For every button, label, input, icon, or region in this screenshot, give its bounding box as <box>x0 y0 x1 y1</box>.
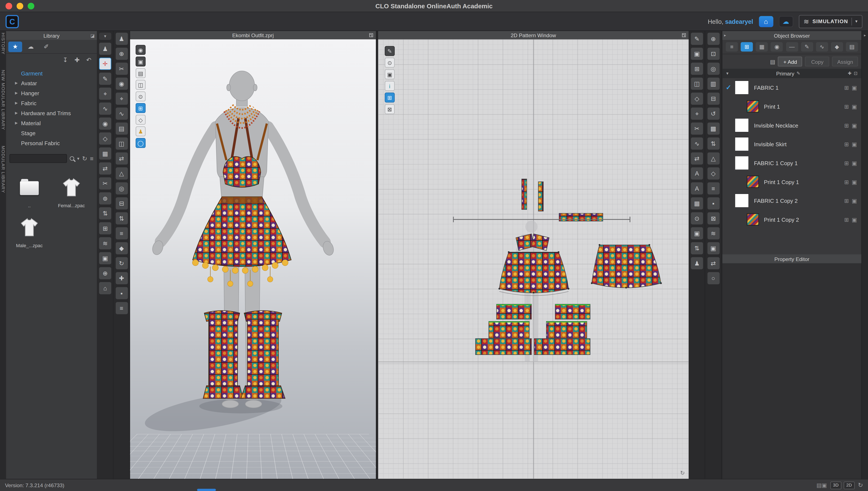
snapshot-icon[interactable]: ▣ <box>136 57 146 66</box>
pattern-piece-skirt-side[interactable] <box>592 245 661 288</box>
collapse-piece-icon[interactable]: ⊟ <box>707 92 719 105</box>
add-pattern-icon[interactable]: ⊞ <box>691 63 703 75</box>
row-copy-icon[interactable]: ▣ <box>851 122 857 128</box>
row-add-icon[interactable]: ⊞ <box>844 179 849 185</box>
show-pins-icon[interactable]: ◇ <box>136 115 146 125</box>
sewing-machine-icon[interactable]: ▣ <box>707 242 719 254</box>
cloud-sync-icon[interactable]: ☁ <box>779 16 793 27</box>
pattern-outline-icon[interactable]: ▣ <box>691 48 703 60</box>
font-tool-icon[interactable]: A <box>691 182 703 195</box>
layout-page-icon[interactable]: ▤ <box>816 482 822 488</box>
target-icon[interactable]: ◎ <box>707 63 719 75</box>
row-add-icon[interactable]: ⊞ <box>844 122 849 128</box>
camera-icon[interactable]: ◉ <box>136 45 146 55</box>
file-item-parent-folder[interactable]: .. <box>12 175 47 208</box>
show-fabric-2d-icon[interactable]: ⊞ <box>385 92 395 103</box>
ruler-icon[interactable]: ⇄ <box>707 257 719 269</box>
zoom-window-icon[interactable] <box>28 3 34 9</box>
garment-right-legwarmer[interactable] <box>241 311 285 398</box>
dot-tool-icon[interactable]: ▪ <box>116 287 128 299</box>
pattern-piece-band-2a[interactable] <box>489 321 529 338</box>
reset-2d-view-icon[interactable]: ↻ <box>680 470 685 476</box>
textured-view-icon[interactable]: ⊞ <box>136 103 146 113</box>
dart-tool-icon[interactable]: △ <box>116 167 128 179</box>
redo-tool-icon[interactable]: ↻ <box>116 257 128 269</box>
print-row-print-1-copy-2[interactable]: Print 1 Copy 2 ⊞ ▣ <box>722 210 861 229</box>
toggle-3d-window[interactable]: 3D <box>830 481 841 489</box>
library-panel-menu-icon[interactable]: ◪ <box>90 33 95 38</box>
list-icon[interactable]: ≡ <box>707 182 719 195</box>
refresh-library-icon[interactable]: ↻ <box>82 155 87 162</box>
toggle-2d-window[interactable]: 2D <box>844 481 855 489</box>
zoom-icon[interactable]: ⊕ <box>707 33 719 45</box>
pattern-2d-canvas[interactable]: ✎⊙▣i⊞⊠ ↻ <box>378 39 689 479</box>
pattern-piece-waistband[interactable] <box>559 213 603 221</box>
expand-arrow-icon[interactable]: ▶ <box>15 91 21 95</box>
fabric-swatch[interactable] <box>747 176 759 188</box>
expand-arrow-icon[interactable]: ▶ <box>15 81 21 85</box>
swap-vertical-icon[interactable]: ⇅ <box>707 138 719 150</box>
duplicate-icon[interactable]: ⊡ <box>707 48 719 60</box>
colorway-caret-icon[interactable]: ▾ <box>726 71 728 76</box>
file-item-female-zpac[interactable]: Femal...zpac <box>54 175 89 208</box>
edit-colorway-icon[interactable]: ✎ <box>797 71 800 76</box>
avatar-walk-tool-icon[interactable]: ♟ <box>99 43 111 55</box>
garment-skirt[interactable] <box>192 197 291 287</box>
file-item-male-zpac[interactable]: Male_...zpac <box>12 215 47 248</box>
add-library-icon[interactable]: ✚ <box>74 56 80 63</box>
cut-and-sew-icon[interactable]: ✂ <box>691 122 703 135</box>
closet-app-icon[interactable]: ⌂ <box>758 16 773 27</box>
refresh-status-icon[interactable]: ↻ <box>858 482 863 489</box>
tree-item-hardware-and-trims[interactable]: ▶ Hardware and Trims <box>6 108 97 118</box>
fabric-row-fabric-1-copy-2[interactable]: FABRIC 1 Copy 2 ⊞ ▣ <box>722 191 861 210</box>
fabric-row-fabric-1[interactable]: ✓ FABRIC 1 ⊞ ▣ <box>722 78 861 97</box>
fabric-tool-icon[interactable]: ▤ <box>116 122 128 135</box>
diamond-icon[interactable]: ◇ <box>707 167 719 179</box>
pattern-piece-band-1b[interactable] <box>555 304 590 319</box>
grid-tool-icon[interactable]: ▦ <box>99 147 111 160</box>
equal-tool-icon[interactable]: ≡ <box>116 302 128 314</box>
download-icon[interactable]: ↧ <box>63 56 68 63</box>
minimize-window-icon[interactable] <box>17 3 23 9</box>
layer-tool-icon[interactable]: ◫ <box>116 138 128 150</box>
zipper-tool-icon[interactable]: ⇅ <box>99 207 111 219</box>
pin-box-tool-icon[interactable]: ◉ <box>116 78 128 90</box>
side-tab-new-modular-library[interactable]: NEW MODULAR LIBRARY <box>1 70 5 130</box>
simulation-button[interactable]: ≋ SIMULATION ▾ <box>799 15 863 28</box>
popout-3d-icon[interactable] <box>369 33 373 37</box>
edit-pattern-tool-icon[interactable]: ✎ <box>385 46 395 56</box>
scissors-tool-icon[interactable]: ✂ <box>99 177 111 190</box>
fabric-swatch[interactable] <box>735 137 749 151</box>
edit-texture-icon[interactable]: ✎ <box>691 33 703 45</box>
assign-fabric-button[interactable]: Assign <box>832 57 858 66</box>
tree-item-fabric[interactable]: ▶ Fabric <box>6 98 97 108</box>
show-avatar-icon[interactable]: ♟ <box>136 126 146 136</box>
texture-view-icon[interactable]: ▦ <box>756 42 768 52</box>
fabric-row-fabric-1-copy-1[interactable]: FABRIC 1 Copy 1 ⊞ ▣ <box>722 153 861 172</box>
cut-tool-icon[interactable]: ✂ <box>116 63 128 75</box>
collapse-object-browser-icon[interactable]: ▸ <box>724 33 726 38</box>
undo-icon[interactable]: ↺ <box>707 108 719 120</box>
fabric-view-icon[interactable]: ⊞ <box>741 42 753 52</box>
add-fabric-button[interactable]: + Add <box>778 57 802 66</box>
pen-tool-icon[interactable]: ✎ <box>99 73 111 85</box>
text-tool-icon[interactable]: A <box>691 167 703 179</box>
clo-logo-icon[interactable]: C <box>5 15 19 28</box>
show-environment-icon[interactable]: ◯ <box>136 138 146 148</box>
diamond-tool-icon[interactable]: ◆ <box>116 242 128 254</box>
sewing-tool-icon[interactable]: ∿ <box>99 103 111 115</box>
favorites-tab-icon[interactable]: ★ <box>8 41 22 52</box>
move-gizmo-tool-icon[interactable]: ✛ <box>99 58 111 70</box>
circle-icon[interactable]: ○ <box>707 272 719 284</box>
list-view-icon[interactable]: ≡ <box>726 42 738 52</box>
side-tab-modular-library[interactable]: MODULAR LIBRARY <box>1 146 5 193</box>
row-add-icon[interactable]: ⊞ <box>844 85 849 91</box>
grid-pattern-icon[interactable]: ▦ <box>691 197 703 209</box>
tape-measure-tool-icon[interactable]: ⌖ <box>116 92 128 105</box>
solidify-tool-icon[interactable]: ▣ <box>99 252 111 264</box>
print-row-print-1-copy-1[interactable]: Print 1 Copy 1 ⊞ ▣ <box>722 172 861 191</box>
measure-tool-icon[interactable]: ⇄ <box>99 163 111 174</box>
expand-arrow-icon[interactable]: ▶ <box>15 111 21 115</box>
steam-tool-icon[interactable]: ≋ <box>99 237 111 249</box>
fabric-swatch[interactable] <box>735 194 749 208</box>
